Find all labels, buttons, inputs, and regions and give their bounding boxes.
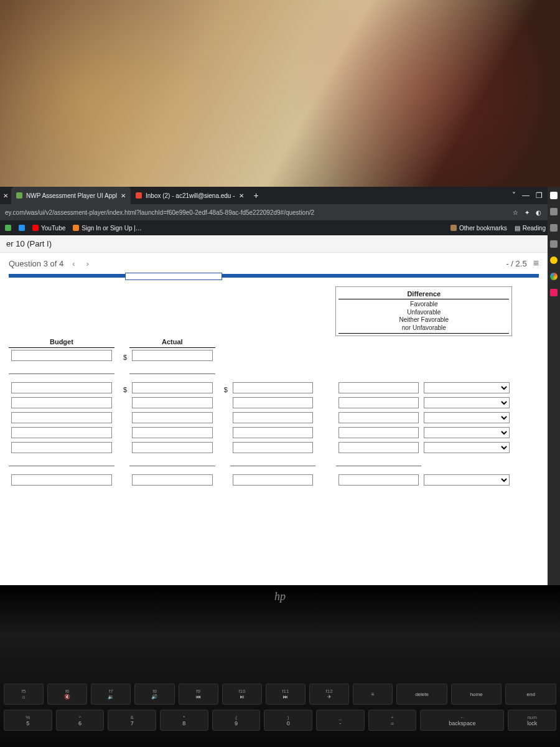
- budget-input[interactable]: [11, 427, 112, 438]
- chevron-down-icon[interactable]: ˅: [512, 191, 516, 200]
- diff-amount-input[interactable]: [338, 474, 419, 486]
- tab-label: NWP Assessment Player UI Appl: [26, 192, 117, 199]
- sidebar-icon[interactable]: [550, 289, 558, 296]
- app-icon: [19, 225, 25, 231]
- diff-amount-input[interactable]: [338, 427, 419, 438]
- diff-amount-input[interactable]: [233, 382, 314, 393]
- next-question-button[interactable]: ›: [84, 259, 91, 268]
- diff-amount-input[interactable]: [338, 442, 419, 453]
- laptop: ✕ NWP Assessment Player UI Appl ✕ Inbox …: [0, 187, 560, 747]
- question-list-icon[interactable]: ≡: [533, 258, 539, 269]
- bookmark-item[interactable]: [19, 225, 25, 231]
- sidebar-icon[interactable]: [550, 240, 558, 248]
- key[interactable]: +=: [368, 710, 417, 731]
- close-tab-icon[interactable]: ✕: [0, 192, 11, 199]
- actual-input[interactable]: [132, 442, 213, 453]
- actual-input[interactable]: [132, 412, 213, 423]
- profile-icon[interactable]: ◐: [536, 209, 541, 216]
- laptop-base: hp f5☼f6🔇f7🔉f8🔊f9⏮f10⏯f11⏭f12✈≡deletehom…: [0, 585, 560, 747]
- budget-input[interactable]: [11, 474, 112, 486]
- budget-input[interactable]: [11, 350, 112, 361]
- chrome-icon[interactable]: [550, 273, 558, 280]
- other-bookmarks[interactable]: Other bookmarks: [450, 225, 507, 232]
- url-field[interactable]: ey.com/was/ui/v2/assessment-player/index…: [0, 209, 506, 216]
- diff-amount-input[interactable]: [233, 397, 314, 408]
- page-content: er 10 (Part I) Question 3 of 4 ‹ › - / 2…: [0, 235, 548, 585]
- diff-amount-input[interactable]: [233, 427, 314, 438]
- diff-type-select[interactable]: [424, 382, 510, 393]
- key[interactable]: ^6: [56, 710, 105, 731]
- diff-amount-input[interactable]: [338, 382, 419, 393]
- app-icon: [5, 225, 11, 231]
- search-icon[interactable]: [550, 208, 558, 215]
- actual-input[interactable]: [132, 397, 213, 408]
- key[interactable]: home: [451, 684, 502, 705]
- key[interactable]: &7: [108, 710, 156, 731]
- key[interactable]: )0: [264, 710, 312, 731]
- key[interactable]: f5☼: [4, 684, 44, 705]
- screen: ✕ NWP Assessment Player UI Appl ✕ Inbox …: [0, 187, 560, 585]
- key[interactable]: f11⏭: [266, 684, 306, 705]
- close-icon[interactable]: ✕: [121, 192, 126, 199]
- key[interactable]: end: [505, 684, 556, 705]
- keyboard-fn-row: f5☼f6🔇f7🔉f8🔊f9⏮f10⏯f11⏭f12✈≡deletehomeen…: [4, 684, 556, 705]
- minimize-icon[interactable]: —: [522, 191, 530, 200]
- diff-type-select[interactable]: [424, 442, 510, 453]
- bookmark-signin[interactable]: Sign In or Sign Up |…: [73, 225, 142, 232]
- star-icon[interactable]: ☆: [513, 209, 518, 216]
- tab-nwp[interactable]: NWP Assessment Player UI Appl ✕: [11, 187, 131, 204]
- budget-input[interactable]: [11, 442, 112, 453]
- key[interactable]: f6🔇: [47, 684, 87, 705]
- page-title: er 10 (Part I): [0, 235, 548, 253]
- actual-input[interactable]: [132, 382, 213, 393]
- actual-input[interactable]: [132, 474, 213, 486]
- key[interactable]: (9: [212, 710, 261, 731]
- sidebar-icon[interactable]: [550, 192, 558, 199]
- diff-amount-input[interactable]: [338, 412, 419, 423]
- sidebar-icon[interactable]: [550, 256, 558, 264]
- sidebar-icon[interactable]: [550, 224, 558, 232]
- bookmark-item[interactable]: [5, 225, 11, 231]
- budget-input[interactable]: [11, 397, 112, 408]
- diff-type-select[interactable]: [424, 397, 510, 408]
- favicon-icon: [16, 192, 22, 199]
- new-tab-button[interactable]: +: [249, 190, 264, 200]
- diff-type-select[interactable]: [424, 412, 510, 423]
- extensions-icon[interactable]: ✦: [525, 209, 530, 216]
- dollar-sign: $: [114, 347, 129, 363]
- diff-type-select[interactable]: [424, 427, 510, 438]
- diff-type-select[interactable]: [424, 474, 510, 486]
- key[interactable]: f12✈: [309, 684, 349, 705]
- key[interactable]: ←backspace: [420, 710, 504, 731]
- close-icon[interactable]: ✕: [239, 192, 244, 199]
- key[interactable]: f10⏯: [222, 684, 262, 705]
- key[interactable]: *8: [160, 710, 208, 731]
- key[interactable]: numlock: [508, 710, 556, 731]
- diff-amount-input[interactable]: [233, 442, 314, 453]
- key[interactable]: f9⏮: [179, 684, 218, 705]
- actual-input[interactable]: [132, 427, 213, 438]
- key[interactable]: _-: [316, 710, 365, 731]
- restore-icon[interactable]: ❐: [536, 191, 543, 200]
- budget-input[interactable]: [11, 412, 112, 423]
- key[interactable]: ≡: [353, 684, 393, 705]
- gmail-icon: [136, 192, 142, 199]
- bookmark-youtube[interactable]: YouTube: [32, 225, 65, 232]
- room-background: [0, 0, 560, 199]
- difference-subheader: Favorable Unfavorable Neither Favorable …: [338, 299, 509, 334]
- address-bar: ey.com/was/ui/v2/assessment-player/index…: [0, 204, 560, 220]
- actual-input[interactable]: [132, 350, 213, 361]
- budget-input[interactable]: [11, 382, 112, 393]
- key[interactable]: %5: [4, 710, 52, 731]
- question-label: Question 3 of 4: [9, 259, 63, 268]
- key[interactable]: f7🔉: [91, 684, 131, 705]
- key[interactable]: f8🔊: [134, 684, 174, 705]
- key[interactable]: delete: [396, 684, 447, 705]
- worksheet: Difference Favorable Unfavorable Neither…: [0, 278, 548, 500]
- prev-question-button[interactable]: ‹: [70, 259, 77, 268]
- diff-amount-input[interactable]: [233, 412, 314, 423]
- diff-amount-input[interactable]: [338, 397, 419, 408]
- underline: [9, 363, 114, 374]
- diff-amount-input[interactable]: [233, 474, 314, 486]
- tab-inbox[interactable]: Inbox (2) - ac21will@siena.edu - ✕: [131, 187, 249, 204]
